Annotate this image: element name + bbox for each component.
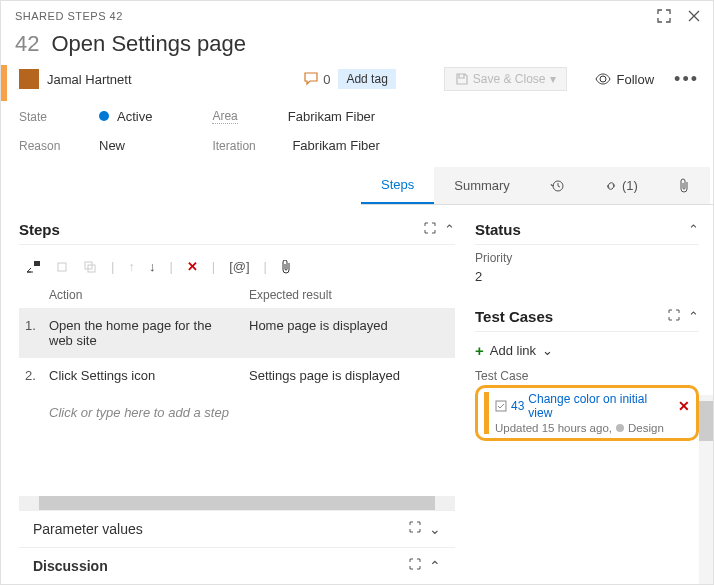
tab-attachments[interactable] <box>658 167 710 204</box>
more-actions-button[interactable]: ••• <box>674 69 699 90</box>
chevron-up-icon[interactable]: ⌃ <box>688 309 699 324</box>
test-cases-section-title: Test Cases <box>475 308 553 325</box>
add-step-placeholder[interactable]: Click or type here to add a step <box>19 393 455 432</box>
priority-label: Priority <box>475 251 699 265</box>
assignee-name[interactable]: Jamal Hartnett <box>47 72 132 87</box>
save-close-button: Save & Close ▾ <box>444 67 567 91</box>
follow-button[interactable]: Follow <box>595 72 655 87</box>
area-value[interactable]: Fabrikam Fiber <box>288 109 375 124</box>
breadcrumb: SHARED STEPS 42 <box>15 10 123 22</box>
fullscreen-icon[interactable] <box>424 222 436 237</box>
test-case-updated: Updated 15 hours ago, <box>495 422 612 434</box>
priority-value[interactable]: 2 <box>475 269 699 284</box>
area-label: Area <box>212 109 237 124</box>
discussion-section[interactable]: Discussion <box>33 558 108 574</box>
status-section-title: Status <box>475 221 521 238</box>
chevron-down-icon[interactable]: ⌄ <box>429 521 441 537</box>
iteration-value[interactable]: Fabrikam Fiber <box>292 138 379 153</box>
comment-count[interactable]: 0 <box>303 72 330 87</box>
svg-rect-2 <box>34 261 40 266</box>
add-link-button[interactable]: + Add link ⌄ <box>475 338 699 363</box>
parameter-icon[interactable]: [@] <box>229 259 249 274</box>
reason-label: Reason <box>19 139 79 153</box>
add-tag-button[interactable]: Add tag <box>338 69 395 89</box>
avatar <box>19 69 39 89</box>
close-icon[interactable] <box>685 7 703 25</box>
move-up-icon: ↑ <box>128 259 135 274</box>
comment-count-value: 0 <box>323 72 330 87</box>
reason-value[interactable]: New <box>99 138 125 153</box>
attachment-icon[interactable] <box>281 260 291 274</box>
test-case-id[interactable]: 43 <box>511 399 524 413</box>
work-item-id: 42 <box>15 31 39 57</box>
iteration-label: Iteration <box>212 139 272 153</box>
svg-point-0 <box>600 76 606 82</box>
step-row[interactable]: 2. Click Settings icon Settings page is … <box>19 358 455 393</box>
remove-link-icon[interactable]: ✕ <box>678 398 690 414</box>
chevron-up-icon[interactable]: ⌃ <box>688 222 699 237</box>
test-case-label: Test Case <box>475 369 699 383</box>
svg-rect-6 <box>496 401 506 411</box>
chevron-down-icon: ⌄ <box>542 343 553 358</box>
state-dot-icon <box>616 424 624 432</box>
chevron-down-icon: ▾ <box>550 72 556 86</box>
vertical-scrollbar[interactable] <box>699 395 713 584</box>
test-case-title[interactable]: Change color on initial view <box>528 392 674 420</box>
step-row[interactable]: 1. Open the home page for the web site H… <box>19 308 455 358</box>
test-case-state: Design <box>628 422 664 434</box>
state-value[interactable]: Active <box>99 109 152 124</box>
fullscreen-icon[interactable] <box>409 558 421 574</box>
delete-step-icon[interactable]: ✕ <box>187 259 198 274</box>
insert-shared-icon <box>55 260 69 274</box>
tab-steps[interactable]: Steps <box>361 167 434 204</box>
fullscreen-icon[interactable] <box>668 309 680 324</box>
work-item-title[interactable]: Open Settings page <box>51 31 699 57</box>
chevron-up-icon[interactable]: ⌃ <box>444 222 455 237</box>
horizontal-scrollbar[interactable] <box>19 496 455 510</box>
insert-shared-2-icon <box>83 260 97 274</box>
state-label: State <box>19 110 79 124</box>
chevron-up-icon[interactable]: ⌃ <box>429 558 441 574</box>
tab-links[interactable]: (1) <box>584 167 658 204</box>
tab-summary[interactable]: Summary <box>434 167 530 204</box>
fullscreen-icon[interactable] <box>409 521 421 537</box>
insert-step-icon[interactable] <box>25 260 41 274</box>
tab-history[interactable] <box>530 167 584 204</box>
test-case-icon <box>495 400 507 412</box>
col-action: Action <box>49 288 249 302</box>
svg-rect-3 <box>58 263 66 271</box>
plus-icon: + <box>475 342 484 359</box>
col-result: Expected result <box>249 288 332 302</box>
steps-toolbar: | ↑ ↓ | ✕ | [@] | <box>19 251 455 282</box>
fullscreen-icon[interactable] <box>655 7 673 25</box>
parameter-values-section[interactable]: Parameter values <box>33 521 143 537</box>
test-case-card[interactable]: 43 Change color on initial view ✕ Update… <box>475 385 699 441</box>
steps-section-title: Steps <box>19 221 60 238</box>
move-down-icon[interactable]: ↓ <box>149 259 156 274</box>
